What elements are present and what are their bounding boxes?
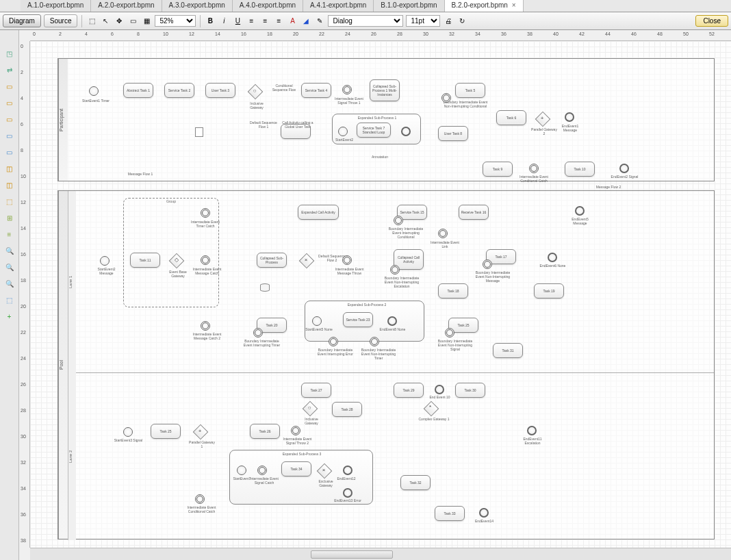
start-event-timer[interactable]	[89, 86, 99, 96]
palette-item3-icon[interactable]: ▭	[3, 114, 16, 125]
scrollbar-thumb[interactable]	[311, 550, 393, 559]
print-icon[interactable]: 🖨	[443, 16, 454, 27]
palette-item1-icon[interactable]: ▭	[3, 81, 16, 92]
timer-catch[interactable]	[201, 208, 210, 218]
boundary-error[interactable]	[329, 337, 338, 346]
task-3[interactable]: User Task 3	[205, 83, 235, 98]
grid-icon[interactable]: ▦	[141, 16, 152, 27]
end-event-1[interactable]	[565, 112, 574, 122]
boundary-signal[interactable]	[445, 328, 454, 338]
pan-icon[interactable]: ✥	[114, 16, 125, 27]
task-4[interactable]: Service Task 4	[301, 83, 331, 98]
palette-tree-icon[interactable]: ⊞	[3, 212, 16, 223]
sp2-end[interactable]	[387, 316, 397, 326]
sp3-end1[interactable]	[343, 466, 352, 475]
task-5[interactable]: Task 5	[455, 83, 485, 98]
task-11[interactable]: Task 11	[130, 253, 160, 268]
task-34[interactable]: Task 34	[281, 461, 311, 476]
task-33[interactable]: Task 33	[435, 506, 465, 521]
data-store[interactable]	[260, 283, 270, 292]
pointer-icon[interactable]: ↖	[100, 16, 111, 27]
palette-item4-icon[interactable]: ▭	[3, 130, 16, 141]
boundary-conditional[interactable]	[441, 93, 451, 103]
pool-main[interactable]: Pool Lane 1 Lane 2 Group Intermediate Ev…	[57, 190, 715, 539]
task-26[interactable]: Task 26	[250, 424, 280, 439]
palette-item7-icon[interactable]: ◫	[3, 179, 16, 190]
end-event-14[interactable]	[479, 508, 489, 518]
align-right-icon[interactable]: ≡	[273, 16, 284, 27]
scrollbar-horizontal[interactable]	[30, 548, 731, 560]
tab-a10[interactable]: A.1.0-export.bpmn	[21, 0, 91, 12]
task-16[interactable]: Receive Task 16	[459, 205, 489, 220]
task-1[interactable]: Abstract Task 1	[123, 83, 153, 98]
boundary-esc[interactable]	[390, 265, 400, 275]
boundary-timer-2[interactable]	[370, 337, 379, 346]
align-center-icon[interactable]: ≡	[259, 16, 270, 27]
task-6[interactable]: Task 6	[496, 110, 526, 125]
underline-icon[interactable]: U	[232, 16, 243, 27]
end-event-5[interactable]	[575, 206, 585, 216]
signal-throw-2[interactable]	[291, 426, 300, 435]
tab-a30[interactable]: A.3.0-export.bpmn	[162, 0, 233, 12]
palette-zoomin-icon[interactable]: 🔍	[3, 245, 16, 256]
task-2[interactable]: Service Task 2	[164, 83, 194, 98]
diagram-view-button[interactable]: Diagram	[3, 14, 41, 27]
end-event-10[interactable]	[435, 385, 444, 394]
end-event-2[interactable]	[619, 164, 629, 173]
message-throw[interactable]	[342, 255, 352, 265]
data-object-1[interactable]	[195, 127, 203, 137]
intermediate-cond-catch-2[interactable]	[195, 494, 205, 504]
task-31[interactable]: Task 31	[493, 343, 523, 358]
task-29[interactable]: Task 29	[394, 383, 424, 398]
tab-a20[interactable]: A.2.0-export.bpmn	[91, 0, 162, 12]
parallel-gw-1[interactable]: +	[193, 424, 209, 440]
palette-item2-icon[interactable]: ▭	[3, 97, 16, 108]
sp3-end2[interactable]	[343, 488, 352, 498]
task-18[interactable]: Task 18	[438, 283, 468, 298]
task-28[interactable]: Task 28	[332, 402, 362, 417]
inclusive-gateway[interactable]: ○	[248, 84, 264, 100]
task-30[interactable]: Task 30	[455, 383, 485, 398]
intermediate-link[interactable]	[438, 229, 448, 238]
tab-close-icon[interactable]: ×	[512, 1, 516, 9]
complex-gw[interactable]: *	[424, 401, 439, 417]
sp1-start[interactable]	[338, 127, 348, 136]
palette-item6-icon[interactable]: ◫	[3, 163, 16, 174]
message-catch-2[interactable]	[201, 321, 210, 331]
zoom-select[interactable]: 52%	[155, 15, 196, 27]
tab-b10[interactable]: B.1.0-export.bpmn	[374, 0, 444, 12]
font-family-select[interactable]: Dialog	[328, 15, 403, 27]
task-32[interactable]: Task 32	[400, 475, 431, 490]
task-7[interactable]: Service Task 7 Standard Loop	[357, 123, 391, 138]
line-color-icon[interactable]: ✎	[314, 16, 325, 27]
palette-task-icon[interactable]: ◳	[3, 48, 16, 59]
fit-icon[interactable]: ▭	[127, 16, 138, 27]
font-size-select[interactable]: 11pt	[406, 15, 440, 27]
close-editor-button[interactable]: Close	[695, 15, 728, 27]
collapsed-subprocess-1[interactable]: Collapsed Sub-Process 1 Multi-Instances	[370, 79, 400, 101]
task-9[interactable]: Task 9	[483, 162, 513, 177]
expanded-call-activity[interactable]: Expanded Call Activity	[298, 205, 339, 220]
expanded-subprocess-1[interactable]: Expanded Sub-Process 1 StartEvent2 Servi…	[332, 114, 421, 144]
end-event-6[interactable]	[548, 253, 557, 262]
palette-zoom2-icon[interactable]: 🔍	[3, 278, 16, 289]
bold-icon[interactable]: B	[205, 16, 216, 27]
align-left-icon[interactable]: ≡	[246, 16, 257, 27]
sp3-exclusive-gw[interactable]: ×	[317, 463, 333, 479]
pool-participant[interactable]: Participant StartEvent1 Timer Abstract T…	[57, 58, 715, 181]
tab-a41[interactable]: A.4.1-export.bpmn	[303, 0, 374, 12]
message-catch[interactable]	[201, 255, 210, 265]
end-event-11[interactable]	[527, 426, 537, 435]
expanded-sp-3[interactable]: Expanded Sub-Process 3 StartEvent7 Inter…	[229, 450, 373, 505]
fill-color-icon[interactable]: ◢	[300, 16, 311, 27]
boundary-timer[interactable]	[253, 328, 263, 338]
expanded-sp-2[interactable]: Expanded Sub-Process 2 StartEvent5 None …	[305, 301, 424, 342]
intermediate-signal-throw[interactable]	[342, 85, 352, 94]
text-color-icon[interactable]: A	[287, 16, 298, 27]
diagram-canvas[interactable]: Participant StartEvent1 Timer Abstract T…	[30, 41, 731, 548]
task-23[interactable]: Service Task 23	[343, 312, 373, 327]
layout-icon[interactable]: ⬚	[86, 16, 97, 27]
boundary-msg[interactable]	[483, 259, 492, 269]
tab-a40[interactable]: A.4.0-export.bpmn	[233, 0, 303, 12]
palette-zoomout-icon[interactable]: 🔍	[3, 262, 16, 272]
